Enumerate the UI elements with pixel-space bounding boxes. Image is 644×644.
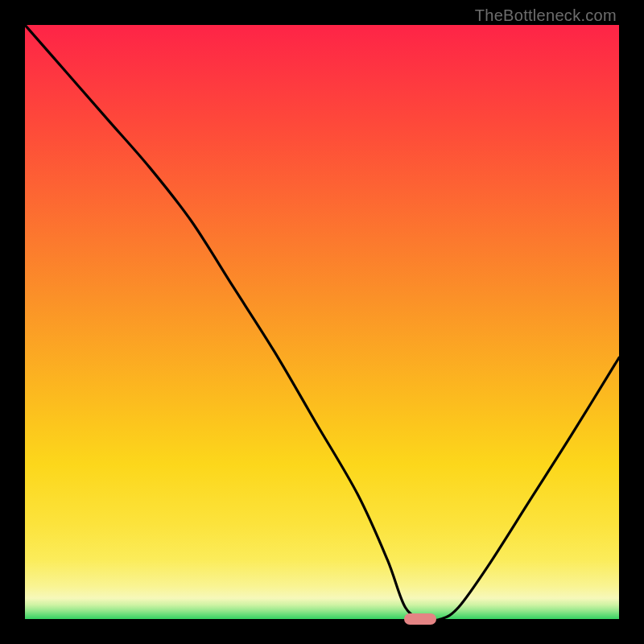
plot-area [25,25,619,619]
bottleneck-curve [25,25,619,619]
watermark-text: TheBottleneck.com [475,6,617,25]
optimum-marker [404,613,436,625]
